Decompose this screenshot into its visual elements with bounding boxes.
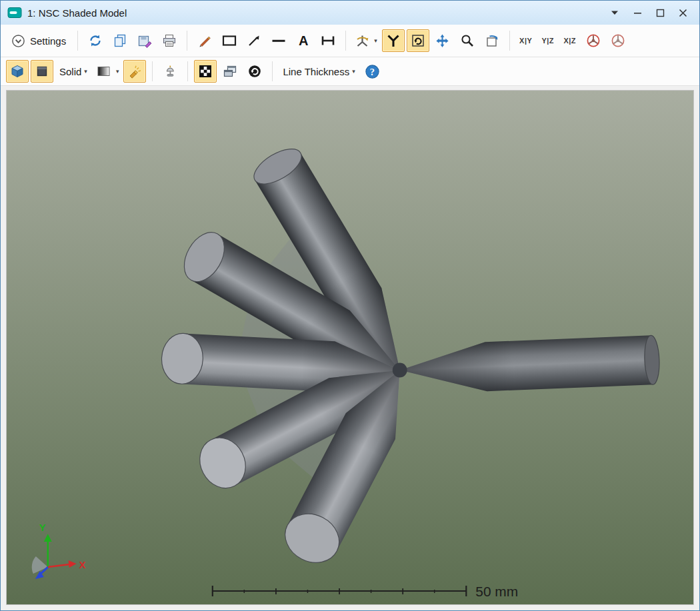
separator: [187, 31, 187, 51]
help-icon: ?: [365, 64, 380, 79]
horizontal-line-icon: [271, 33, 287, 48]
copy-button[interactable]: [109, 29, 131, 52]
separator: [345, 31, 346, 51]
save-icon: [137, 33, 152, 48]
settings-chevron-icon: [11, 34, 25, 48]
copy-icon: [113, 33, 127, 48]
rotate-free-button[interactable]: [382, 29, 405, 52]
axis-y-label: Y: [39, 522, 46, 533]
dimension-icon: [320, 33, 336, 48]
scale-bar: 50 mm: [213, 584, 518, 599]
render-mode-dropdown[interactable]: Solid ▾: [55, 60, 91, 83]
axis-x-label: X: [79, 559, 86, 570]
maximize-button[interactable]: [650, 4, 670, 21]
viewport-frame: Y X: [1, 86, 699, 610]
draw-pencil-button[interactable]: [193, 29, 216, 52]
flashlight-icon: [127, 64, 142, 79]
rotation-disable-icon-2: [611, 33, 625, 48]
cylinder-right: [399, 335, 660, 395]
dropdown-caret: ▾: [116, 68, 119, 75]
save-button[interactable]: [133, 29, 156, 52]
animate-icon: [247, 64, 262, 79]
orientation-triad: Y X: [32, 522, 86, 579]
draw-text-button[interactable]: A: [292, 29, 315, 52]
dropdown-caret: ▾: [374, 37, 377, 44]
rotation-disable-button-1[interactable]: [582, 29, 605, 52]
lighting-button[interactable]: [123, 60, 146, 83]
draw-rectangle-button[interactable]: [218, 29, 241, 52]
cube-3d-icon: [10, 64, 25, 79]
separator: [77, 31, 78, 51]
rotation-disable-button-2[interactable]: [607, 29, 629, 52]
lamp-button[interactable]: [159, 60, 181, 83]
view-xz-label: X|Z: [563, 37, 576, 45]
line-thickness-label: Line Thickness: [283, 66, 349, 77]
rotate-free-icon: [386, 33, 401, 48]
pencil-icon: [197, 33, 212, 48]
arrow-line-icon: [247, 33, 261, 48]
rotate-z-icon: [411, 33, 425, 48]
separator: [187, 61, 188, 81]
app-window: 1: NSC Shaded Model Settings: [0, 0, 700, 611]
rectangle-icon: [221, 33, 237, 48]
toolbar-main: Settings: [1, 25, 699, 57]
dimension-button[interactable]: [317, 29, 339, 52]
shading-dropdown-button[interactable]: ▾: [93, 60, 122, 83]
rotate-view-button[interactable]: [481, 29, 503, 52]
view-3d-button[interactable]: [6, 60, 29, 83]
minimize-button[interactable]: [627, 4, 647, 21]
window-menu-button[interactable]: [605, 4, 625, 21]
print-icon: [162, 33, 177, 48]
shaded-model-canvas: Y X: [7, 91, 693, 604]
view-xz-button[interactable]: X|Z: [560, 29, 580, 52]
shading-gradient-icon: [96, 64, 112, 79]
refresh-button[interactable]: [84, 29, 107, 52]
viewport-3d[interactable]: Y X: [6, 90, 694, 605]
close-button[interactable]: [673, 4, 693, 21]
view-yz-label: Y|Z: [541, 37, 554, 45]
animate-button[interactable]: [243, 60, 266, 83]
view-2d-button[interactable]: [31, 60, 53, 83]
separator: [509, 31, 510, 51]
render-mode-value: Solid: [59, 66, 81, 77]
separator: [272, 61, 273, 81]
view-xy-button[interactable]: X|Y: [516, 29, 536, 52]
center-joint: [393, 362, 407, 377]
view-xy-label: X|Y: [519, 37, 532, 45]
settings-button[interactable]: Settings: [6, 34, 71, 48]
svg-text:?: ?: [370, 66, 375, 77]
rotation-disable-icon-1: [586, 33, 601, 48]
settings-label: Settings: [30, 35, 66, 47]
draw-line-button[interactable]: [267, 29, 290, 52]
separator: [152, 61, 153, 81]
pan-button[interactable]: [431, 29, 454, 52]
close-icon: [679, 9, 687, 17]
pan-icon: [435, 33, 450, 49]
dropdown-caret: ▾: [84, 68, 87, 75]
help-button[interactable]: ?: [361, 60, 384, 83]
maximize-icon: [656, 9, 665, 17]
print-button[interactable]: [158, 29, 181, 52]
view-yz-button[interactable]: Y|Z: [538, 29, 558, 52]
dropdown-caret: ▾: [352, 68, 355, 75]
viewports-button[interactable]: [219, 60, 241, 83]
toolbar-view: Solid ▾ ▾: [1, 57, 699, 86]
rotate-z-button[interactable]: [407, 29, 429, 52]
window-controls: [605, 4, 693, 21]
plane-2d-icon: [35, 64, 49, 79]
orbit-tool-button[interactable]: ▾: [352, 29, 380, 52]
draw-arrow-button[interactable]: [243, 29, 265, 52]
background-button[interactable]: [194, 60, 217, 83]
scale-bar-label: 50 mm: [475, 584, 518, 599]
zoom-button[interactable]: [456, 29, 479, 52]
background-checker-icon: [198, 64, 213, 79]
line-thickness-dropdown[interactable]: Line Thickness ▾: [279, 60, 359, 83]
minimize-icon: [633, 9, 642, 17]
orbit-icon: [355, 33, 370, 48]
titlebar: 1: NSC Shaded Model: [1, 1, 699, 25]
zoom-icon: [460, 33, 475, 48]
rotate-view-icon: [485, 33, 499, 48]
lamp-icon: [163, 64, 177, 79]
text-icon: A: [299, 34, 308, 47]
app-icon: [7, 6, 22, 19]
